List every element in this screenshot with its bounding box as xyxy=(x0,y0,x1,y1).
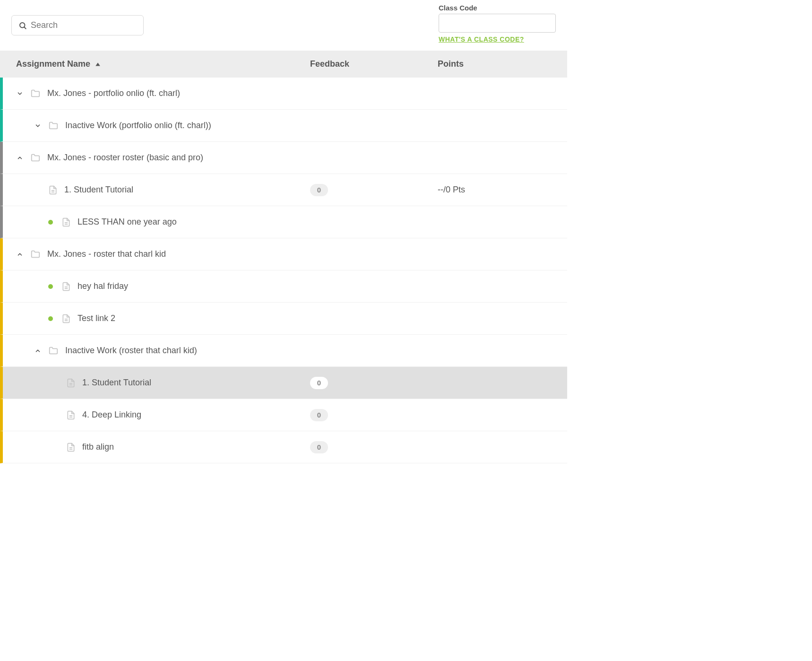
class-code-block: Class Code WHAT'S A CLASS CODE? xyxy=(439,4,556,43)
table-row[interactable]: 4. Deep Linking0 xyxy=(0,399,567,431)
document-icon xyxy=(61,314,71,323)
sort-asc-icon xyxy=(95,61,101,67)
chevron-up-icon[interactable] xyxy=(34,348,42,354)
document-icon xyxy=(61,217,71,227)
row-name-text: Mx. Jones - portfolio onlio (ft. charl) xyxy=(47,88,180,98)
class-code-input[interactable] xyxy=(439,14,556,33)
table-row[interactable]: Inactive Work (portfolio onlio (ft. char… xyxy=(0,110,567,142)
table-header: Assignment Name Feedback Points xyxy=(0,51,567,78)
status-dot-icon xyxy=(48,220,53,225)
column-header-name-text: Assignment Name xyxy=(16,59,90,69)
row-name-cell: 1. Student Tutorial xyxy=(3,185,310,195)
table-row[interactable]: hey hal friday xyxy=(0,270,567,303)
table-row[interactable]: Inactive Work (roster that charl kid) xyxy=(0,335,567,367)
status-dot-icon xyxy=(48,316,53,321)
row-feedback-cell: 0 xyxy=(310,409,438,421)
row-name-text: 1. Student Tutorial xyxy=(82,378,151,388)
table-row[interactable]: Mx. Jones - roster that charl kid xyxy=(0,238,567,270)
class-code-label: Class Code xyxy=(439,4,477,12)
class-code-help-link[interactable]: WHAT'S A CLASS CODE? xyxy=(439,35,524,43)
table-row[interactable]: LESS THAN one year ago xyxy=(0,206,567,238)
row-name-cell: 1. Student Tutorial xyxy=(3,378,310,388)
folder-icon xyxy=(30,153,41,163)
chevron-down-icon[interactable] xyxy=(16,90,24,97)
row-name-cell: fitb align xyxy=(3,442,310,452)
search-box[interactable] xyxy=(11,15,144,35)
row-name-cell: Mx. Jones - portfolio onlio (ft. charl) xyxy=(3,88,310,99)
document-icon xyxy=(66,378,76,388)
row-name-cell: Inactive Work (portfolio onlio (ft. char… xyxy=(3,121,310,131)
svg-line-1 xyxy=(24,27,26,28)
top-bar: Class Code WHAT'S A CLASS CODE? xyxy=(0,0,567,51)
document-icon xyxy=(48,185,58,195)
row-name-text: hey hal friday xyxy=(78,281,128,291)
folder-icon xyxy=(48,121,59,131)
feedback-badge[interactable]: 0 xyxy=(310,377,328,389)
chevron-up-icon[interactable] xyxy=(16,155,24,161)
status-dot-icon xyxy=(48,284,53,289)
row-name-cell: Mx. Jones - rooster roster (basic and pr… xyxy=(3,153,310,163)
row-name-cell: hey hal friday xyxy=(3,281,310,291)
table-row[interactable]: Mx. Jones - rooster roster (basic and pr… xyxy=(0,142,567,174)
column-header-points[interactable]: Points xyxy=(438,59,556,69)
row-feedback-cell: 0 xyxy=(310,377,438,389)
folder-icon xyxy=(48,346,59,356)
row-name-text: Test link 2 xyxy=(78,313,115,323)
chevron-up-icon[interactable] xyxy=(16,251,24,258)
table-row[interactable]: Test link 2 xyxy=(0,303,567,335)
row-name-text: 4. Deep Linking xyxy=(82,410,141,420)
row-name-cell: Test link 2 xyxy=(3,313,310,323)
folder-icon xyxy=(30,249,41,260)
column-header-name[interactable]: Assignment Name xyxy=(16,59,310,69)
assignment-list: Mx. Jones - portfolio onlio (ft. charl)I… xyxy=(0,78,567,463)
row-name-cell: Mx. Jones - roster that charl kid xyxy=(3,249,310,260)
table-row[interactable]: Mx. Jones - portfolio onlio (ft. charl) xyxy=(0,78,567,110)
feedback-badge[interactable]: 0 xyxy=(310,184,328,196)
row-points-cell: --/0 Pts xyxy=(438,185,556,195)
column-header-points-text: Points xyxy=(438,59,464,69)
column-header-feedback-text: Feedback xyxy=(310,59,349,69)
document-icon xyxy=(66,410,76,420)
table-row[interactable]: 1. Student Tutorial0 xyxy=(0,367,567,399)
search-icon xyxy=(18,21,27,30)
row-name-text: Inactive Work (portfolio onlio (ft. char… xyxy=(65,121,211,130)
row-name-text: Mx. Jones - roster that charl kid xyxy=(47,249,166,259)
column-header-feedback[interactable]: Feedback xyxy=(310,59,438,69)
row-feedback-cell: 0 xyxy=(310,184,438,196)
row-name-text: Mx. Jones - rooster roster (basic and pr… xyxy=(47,153,203,163)
folder-icon xyxy=(30,88,41,99)
row-name-text: Inactive Work (roster that charl kid) xyxy=(65,346,197,356)
row-name-text: 1. Student Tutorial xyxy=(64,185,133,195)
search-input[interactable] xyxy=(31,20,137,30)
row-feedback-cell: 0 xyxy=(310,441,438,453)
chevron-down-icon[interactable] xyxy=(34,122,42,129)
document-icon xyxy=(61,282,71,291)
row-points-text: --/0 Pts xyxy=(438,185,465,194)
row-name-cell: Inactive Work (roster that charl kid) xyxy=(3,346,310,356)
row-name-text: fitb align xyxy=(82,442,114,452)
feedback-badge[interactable]: 0 xyxy=(310,441,328,453)
row-name-cell: LESS THAN one year ago xyxy=(3,217,310,227)
row-name-cell: 4. Deep Linking xyxy=(3,410,310,420)
table-row[interactable]: fitb align0 xyxy=(0,431,567,463)
document-icon xyxy=(66,443,76,452)
feedback-badge[interactable]: 0 xyxy=(310,409,328,421)
table-row[interactable]: 1. Student Tutorial0--/0 Pts xyxy=(0,174,567,206)
row-name-text: LESS THAN one year ago xyxy=(78,217,177,227)
